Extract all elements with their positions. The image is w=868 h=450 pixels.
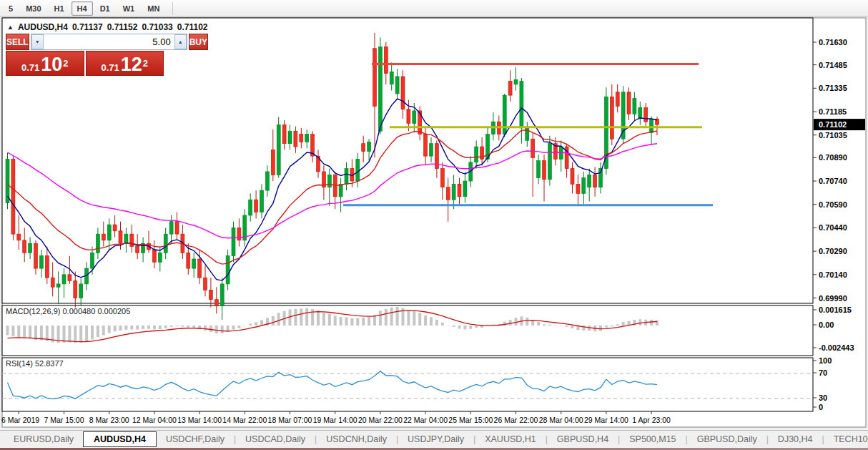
macd-histogram-bar bbox=[79, 326, 82, 343]
sell-price-button[interactable]: 0.71 10 2 bbox=[6, 51, 84, 76]
tab-audusd-h4[interactable]: AUDUSD,H4 bbox=[83, 431, 157, 447]
candle bbox=[327, 175, 331, 187]
macd-histogram-bar bbox=[526, 318, 528, 326]
candle bbox=[368, 142, 371, 152]
candle bbox=[29, 243, 32, 253]
macd-histogram-bar bbox=[475, 326, 478, 328]
candle bbox=[531, 139, 535, 157]
buy-button[interactable]: BUY bbox=[189, 34, 208, 50]
candle bbox=[91, 253, 94, 268]
macd-histogram-bar bbox=[130, 326, 133, 329]
candle bbox=[158, 253, 162, 262]
chart-tab-bar: EURUSD,DailyAUDUSD,H4USDCHF,Daily|USDCAD… bbox=[0, 430, 868, 448]
buy-price-prefix: 0.71 bbox=[101, 63, 119, 73]
candle bbox=[124, 234, 128, 243]
buy-price-pips: 12 bbox=[121, 57, 142, 73]
macd-histogram-bar bbox=[424, 316, 427, 326]
rsi-axis-label: 30 bbox=[819, 393, 827, 402]
tab-usdjpy-daily[interactable]: USDJPY,Daily bbox=[398, 432, 473, 446]
candle bbox=[345, 169, 348, 185]
tab-usdcad-daily[interactable]: USDCAD,Daily bbox=[236, 432, 315, 446]
candle bbox=[187, 253, 190, 268]
candle bbox=[204, 278, 207, 290]
chart-title: ▲ AUDUSD,H4 0.71137 0.71152 0.71033 0.71… bbox=[7, 22, 207, 32]
candle bbox=[288, 131, 292, 143]
macd-label: MACD(12,26,9) 0.000480 0.000205 bbox=[6, 307, 130, 316]
volume-input[interactable] bbox=[44, 34, 174, 49]
tab-usdchf-daily[interactable]: USDCHF,Daily bbox=[157, 432, 234, 446]
candle bbox=[192, 259, 196, 268]
tab-dj30-h4[interactable]: DJ30,H4 bbox=[769, 432, 822, 446]
macd-histogram-bar bbox=[469, 326, 472, 329]
macd-histogram-bar bbox=[187, 326, 189, 328]
tab-usdcnh-daily[interactable]: USDCNH,Daily bbox=[317, 432, 396, 446]
macd-histogram-bar bbox=[136, 326, 139, 329]
macd-histogram-bar bbox=[379, 310, 382, 326]
time-axis-label: 20 Mar 22:00 bbox=[358, 416, 403, 424]
time-axis-label: 6 Mar 2019 bbox=[1, 416, 39, 424]
macd-histogram-bar bbox=[181, 326, 184, 327]
macd-histogram-bar bbox=[605, 326, 608, 328]
candle bbox=[395, 77, 399, 94]
macd-histogram-bar bbox=[566, 326, 568, 327]
tab-gbpusd-daily[interactable]: GBPUSD,Daily bbox=[688, 432, 766, 446]
macd-histogram-bar bbox=[317, 310, 320, 326]
candle bbox=[39, 256, 43, 268]
macd-axis-label: 0.001615 bbox=[819, 305, 852, 314]
candle bbox=[430, 144, 433, 156]
macd-histogram-bar bbox=[170, 326, 173, 327]
macd-histogram-bar bbox=[638, 319, 641, 326]
collapse-arrow-icon[interactable]: ▲ bbox=[7, 24, 14, 31]
time-axis-label: 25 Mar 15:00 bbox=[448, 416, 493, 424]
tab-eurusd-daily[interactable]: EURUSD,Daily bbox=[4, 432, 83, 446]
buy-price-pipette: 2 bbox=[143, 54, 148, 73]
macd-histogram-bar bbox=[255, 322, 257, 326]
macd-histogram-bar bbox=[356, 318, 359, 326]
candle bbox=[356, 160, 360, 182]
candle bbox=[650, 119, 654, 132]
price-axis-label: 0.71485 bbox=[819, 61, 847, 69]
candle bbox=[113, 225, 117, 231]
candle bbox=[627, 92, 631, 114]
time-axis-label: 7 Mar 15:00 bbox=[44, 416, 84, 424]
candle bbox=[571, 169, 574, 185]
ohlc-high: 0.71152 bbox=[107, 22, 138, 32]
rsi-axis-label: 0 bbox=[819, 403, 823, 411]
sell-button[interactable]: SELL bbox=[6, 34, 29, 50]
price-axis-label: 0.69990 bbox=[819, 294, 847, 303]
tab-gbpusd-h4[interactable]: GBPUSD,H4 bbox=[548, 432, 618, 446]
tab-tech100-h1[interactable]: TECH100,H1 bbox=[824, 432, 868, 446]
current-price-label: 0.71102 bbox=[819, 120, 847, 129]
macd-histogram-bar bbox=[119, 326, 122, 331]
buy-price-button[interactable]: 0.71 12 2 bbox=[86, 51, 164, 76]
candle bbox=[62, 275, 66, 284]
tab-sp500-m15[interactable]: SP500,M15 bbox=[620, 432, 685, 446]
macd-histogram-bar bbox=[124, 326, 127, 330]
macd-histogram-bar bbox=[85, 326, 88, 341]
ohlc-close: 0.71102 bbox=[177, 22, 208, 32]
price-axis-label: 0.71335 bbox=[819, 84, 847, 92]
rsi-axis-label: 70 bbox=[819, 368, 827, 377]
candle bbox=[51, 278, 54, 287]
candle bbox=[232, 228, 235, 255]
volume-decrease-button[interactable]: ▼ bbox=[31, 34, 44, 49]
time-axis-label: 18 Mar 07:00 bbox=[268, 416, 312, 424]
mt4-window: { "toolbar": { "timeframes": [ {"label":… bbox=[0, 0, 868, 450]
ohlc-open: 0.71137 bbox=[72, 22, 103, 32]
candle bbox=[604, 97, 608, 168]
candle bbox=[56, 284, 60, 287]
candle bbox=[255, 200, 258, 212]
candle bbox=[339, 184, 342, 196]
macd-histogram-bar bbox=[407, 310, 410, 326]
macd-histogram-bar bbox=[147, 326, 150, 329]
candle bbox=[282, 125, 286, 144]
macd-histogram-bar bbox=[237, 326, 240, 328]
macd-histogram-bar bbox=[554, 326, 557, 326]
macd-histogram-bar bbox=[209, 326, 212, 332]
time-axis-label: 1 Apr 23:00 bbox=[632, 416, 671, 424]
price-axis-label: 0.71630 bbox=[819, 38, 847, 47]
tab-xauusd-h1[interactable]: XAUUSD,H1 bbox=[475, 432, 546, 446]
candle bbox=[74, 281, 77, 298]
candle bbox=[79, 284, 83, 298]
volume-increase-button[interactable]: ▲ bbox=[174, 34, 187, 49]
